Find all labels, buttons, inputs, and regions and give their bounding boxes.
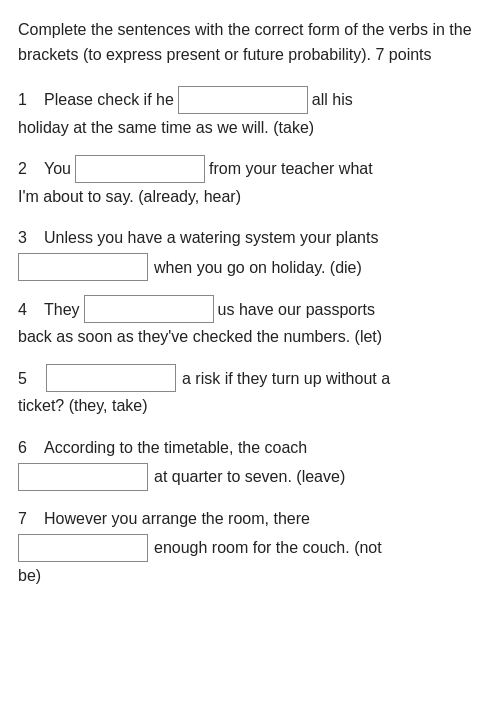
question-3-pre: Unless you have a watering system your p… [44,224,378,251]
question-7-number: 7 [18,505,40,532]
question-6-continuation: at quarter to seven. (leave) [154,463,345,490]
question-5: 5 a risk if they turn up without a ticke… [18,364,482,419]
instructions-text: Complete the sentences with the correct … [18,18,482,68]
question-2-continuation: I'm about to say. (already, hear) [18,183,482,210]
question-1-line: 1 Please check if he all his [18,86,482,114]
question-3-continuation: when you go on holiday. (die) [154,254,362,281]
question-2-post: from your teacher what [209,155,373,182]
question-7-pre: However you arrange the room, there [44,505,310,532]
question-4: 4 They us have our passports back as soo… [18,295,482,350]
question-4-input[interactable] [84,295,214,323]
question-2: 2 You from your teacher what I'm about t… [18,155,482,210]
question-4-pre: They [44,296,80,323]
question-4-post: us have our passports [218,296,375,323]
question-2-line: 2 You from your teacher what [18,155,482,183]
question-3-input[interactable] [18,253,148,281]
question-1-pre: Please check if he [44,86,174,113]
question-5-number: 5 [18,365,40,392]
question-4-continuation: back as soon as they've checked the numb… [18,323,482,350]
question-6-input[interactable] [18,463,148,491]
question-6-line: 6 According to the timetable, the coach [18,434,482,461]
question-7: 7 However you arrange the room, there en… [18,505,482,589]
question-4-number: 4 [18,296,40,323]
question-7-continuation: enough room for the couch. (not [154,534,382,561]
question-2-input[interactable] [75,155,205,183]
question-5-continuation: ticket? (they, take) [18,392,482,419]
question-7-line: 7 However you arrange the room, there [18,505,482,532]
question-2-pre: You [44,155,71,182]
question-6: 6 According to the timetable, the coach … [18,434,482,491]
question-3-number: 3 [18,224,40,251]
question-2-number: 2 [18,155,40,182]
question-1-input[interactable] [178,86,308,114]
question-7-continuation2: be) [18,562,482,589]
question-1-continuation: holiday at the same time as we will. (ta… [18,114,482,141]
question-6-number: 6 [18,434,40,461]
question-3-line: 3 Unless you have a watering system your… [18,224,482,251]
question-6-pre: According to the timetable, the coach [44,434,307,461]
question-5-post: a risk if they turn up without a [182,365,390,392]
question-7-input[interactable] [18,534,148,562]
question-1-post: all his [312,86,353,113]
question-4-line: 4 They us have our passports [18,295,482,323]
question-5-input[interactable] [46,364,176,392]
question-3: 3 Unless you have a watering system your… [18,224,482,281]
question-1-number: 1 [18,86,40,113]
question-1: 1 Please check if he all his holiday at … [18,86,482,141]
